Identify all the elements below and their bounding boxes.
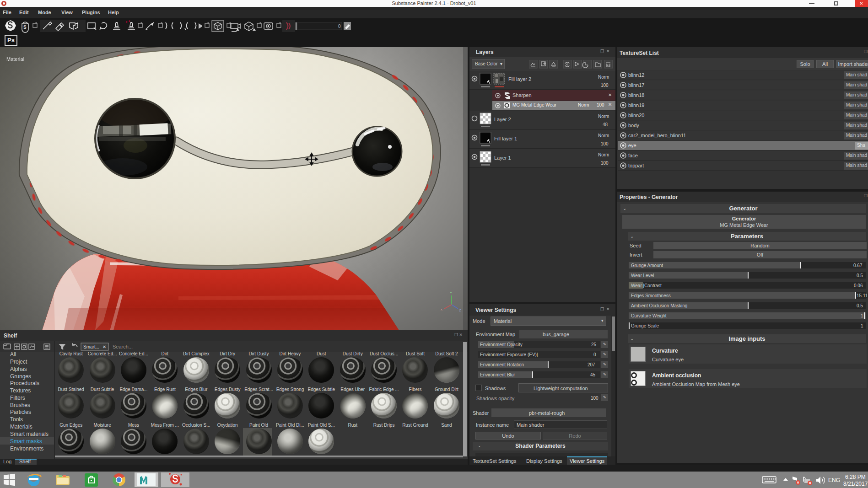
- svg-text:S: S: [23, 25, 27, 30]
- svg-text:6:28 PM: 6:28 PM: [845, 474, 866, 480]
- svg-text:0: 0: [338, 24, 341, 29]
- svg-text:ENG: ENG: [828, 477, 840, 483]
- svg-text:Material: Material: [6, 56, 24, 62]
- svg-text:Z: Z: [459, 308, 461, 312]
- svg-text:Y: Y: [450, 291, 453, 295]
- svg-text:8/21/2017: 8/21/2017: [843, 481, 868, 487]
- svg-text:✕: ✕: [102, 344, 106, 349]
- svg-text:Search...: Search...: [113, 344, 133, 349]
- svg-text:Smart...: Smart...: [83, 344, 99, 349]
- svg-text:x: x: [441, 307, 442, 311]
